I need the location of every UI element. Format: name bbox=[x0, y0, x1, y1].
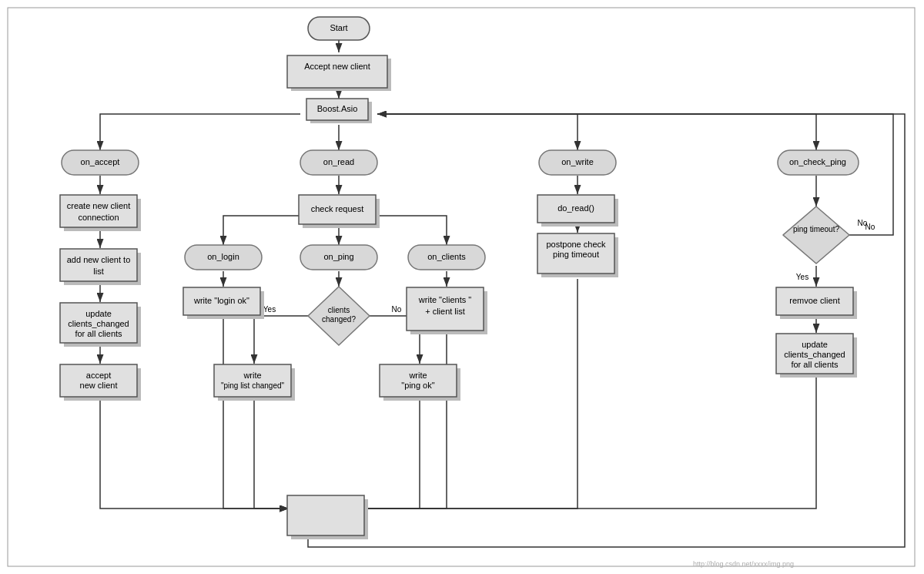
update1-label3: for all clients bbox=[75, 329, 122, 338]
write-ping-list-label2: "ping list changed" bbox=[221, 381, 285, 390]
svg-text:Yes: Yes bbox=[796, 273, 808, 281]
accept-client2-label2: new client bbox=[80, 381, 118, 390]
check-request-label: check request bbox=[311, 204, 363, 213]
clients-changed-label2: changed? bbox=[322, 315, 356, 324]
add-client-label: add new client to bbox=[67, 255, 131, 264]
svg-rect-26 bbox=[287, 55, 387, 88]
accept-client2-label: accept bbox=[86, 371, 111, 380]
update2-label2: clients_changed bbox=[784, 350, 845, 359]
on-login-label: on_login bbox=[207, 252, 239, 261]
diagram-container: Yes No No Yes bbox=[0, 0, 924, 574]
update2-label: update bbox=[802, 340, 828, 349]
remove-client-label: remvoe client bbox=[789, 296, 839, 305]
update1-label: update bbox=[85, 309, 112, 318]
on-write-label: on_write bbox=[561, 157, 594, 166]
svg-rect-65 bbox=[287, 495, 364, 535]
postpone-label: postpone check bbox=[546, 240, 606, 249]
update1-label2: clients_changed bbox=[68, 319, 129, 328]
on-ping-label: on_ping bbox=[323, 252, 353, 261]
start-label: Start bbox=[330, 23, 347, 32]
create-client-label2: connection bbox=[78, 213, 119, 222]
no-label: No bbox=[858, 219, 868, 227]
write-login-label: write "login ok" bbox=[193, 296, 249, 305]
svg-text:No: No bbox=[392, 305, 402, 314]
write-clients-label: write "clients " bbox=[418, 295, 471, 304]
on-read-label: on_read bbox=[323, 157, 354, 166]
write-ping-list-label: write bbox=[243, 371, 261, 380]
postpone-label2: ping timeout bbox=[553, 250, 599, 259]
svg-text:Yes: Yes bbox=[263, 305, 276, 314]
on-accept-label: on_accept bbox=[81, 157, 120, 166]
update2-label3: for all clients bbox=[791, 360, 839, 369]
add-client-label2: list bbox=[93, 267, 103, 276]
svg-rect-31 bbox=[60, 195, 137, 227]
watermark: http://blog.csdn.net/xxxx/img.png bbox=[693, 560, 794, 568]
clients-changed-label: clients bbox=[328, 306, 350, 314]
create-client-label: create new client bbox=[67, 201, 131, 210]
boost-asio-label: Boost.Asio bbox=[317, 104, 358, 113]
write-ping-ok-label: write bbox=[408, 371, 427, 380]
svg-rect-33 bbox=[60, 249, 137, 281]
do-read-label: do_read() bbox=[557, 203, 594, 213]
write-clients-label2: + client list bbox=[425, 307, 465, 316]
on-check-ping-label: on_check_ping bbox=[789, 157, 846, 166]
on-clients-label: on_clients bbox=[427, 252, 466, 261]
svg-marker-59 bbox=[783, 206, 849, 264]
write-ping-ok-label2: "ping ok" bbox=[401, 381, 434, 390]
accept-new-client-label: Accept new client bbox=[304, 62, 370, 71]
ping-timeout-label: ping timeout? bbox=[793, 225, 839, 233]
